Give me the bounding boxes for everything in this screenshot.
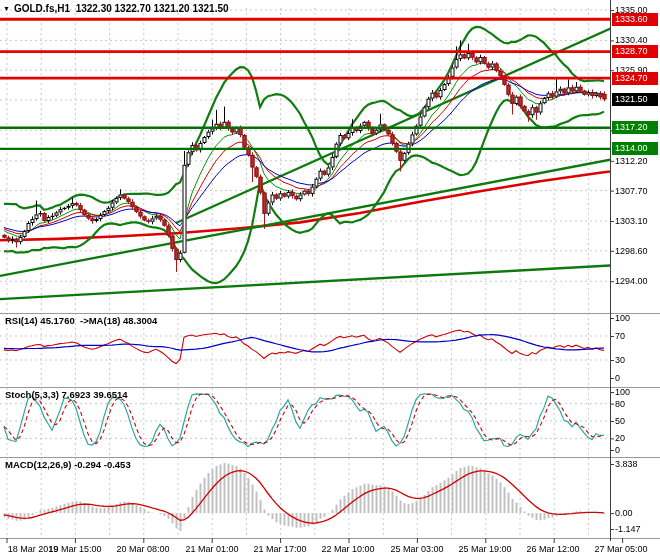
macd-tick-label: -1.147 [615, 524, 641, 534]
time-axis-label: 26 Mar 12:00 [526, 544, 579, 554]
stoch-indicator-label: Stoch(5,3,3) 7.6923 39.6514 [5, 389, 128, 400]
rsi-tick-label: 100 [615, 313, 630, 323]
price-tick-label: 1312.20 [615, 156, 648, 166]
rsi-tick-label: 0 [615, 373, 620, 383]
stoch-tick-label: 0 [615, 445, 620, 455]
symbol-period-label: GOLD.fs,H1 [14, 3, 70, 14]
chart-canvas[interactable] [0, 0, 660, 560]
price-level-badge: 1314.00 [612, 142, 658, 155]
current-price-badge: 1321.50 [612, 93, 658, 106]
price-tick-label: 1303.10 [615, 216, 648, 226]
price-tick-label: 1330.40 [615, 35, 648, 45]
rsi-indicator-label: RSI(14) 45.1760 ->MA(18) 48.3004 [5, 315, 157, 326]
price-tick-label: 1294.00 [615, 276, 648, 286]
rsi-tick-label: 70 [615, 331, 625, 341]
stoch-tick-label: 80 [615, 399, 625, 409]
time-axis-label: 21 Mar 01:00 [185, 544, 238, 554]
price-tick-label: 1298.60 [615, 246, 648, 256]
price-tick-label: 1307.70 [615, 186, 648, 196]
stoch-tick-label: 50 [615, 416, 625, 426]
collapse-chart-icon[interactable]: ▼ [3, 5, 10, 12]
stoch-tick-label: 100 [615, 387, 630, 397]
macd-tick-label: 0.00 [615, 508, 633, 518]
macd-indicator-label: MACD(12,26,9) -0.294 -0.453 [5, 459, 131, 470]
time-axis-label: 20 Mar 08:00 [116, 544, 169, 554]
price-axis[interactable]: 1335.001330.401325.901316.801312.201307.… [610, 0, 660, 560]
rsi-tick-label: 30 [615, 355, 625, 365]
chart-title: ▼ GOLD.fs,H1 1322.30 1322.70 1321.20 132… [3, 2, 229, 14]
ohlc-readout: 1322.30 1322.70 1321.20 1321.50 [76, 3, 229, 14]
price-level-badge: 1328.70 [612, 45, 658, 58]
price-level-badge: 1324.70 [612, 72, 658, 85]
trading-chart-window: ▼ GOLD.fs,H1 1322.30 1322.70 1321.20 132… [0, 0, 660, 560]
time-axis[interactable]: 18 Mar 201919 Mar 15:0020 Mar 08:0021 Ma… [0, 541, 660, 560]
price-level-badge: 1317.20 [612, 121, 658, 134]
stoch-tick-label: 20 [615, 433, 625, 443]
time-axis-label: 21 Mar 17:00 [253, 544, 306, 554]
time-axis-label: 22 Mar 10:00 [321, 544, 374, 554]
time-axis-label: 25 Mar 19:00 [458, 544, 511, 554]
price-level-badge: 1333.60 [612, 13, 658, 26]
time-axis-label: 25 Mar 03:00 [390, 544, 443, 554]
time-axis-label: 19 Mar 15:00 [48, 544, 101, 554]
macd-tick-label: 3.838 [615, 459, 638, 469]
time-axis-label: 27 Mar 05:00 [594, 544, 647, 554]
